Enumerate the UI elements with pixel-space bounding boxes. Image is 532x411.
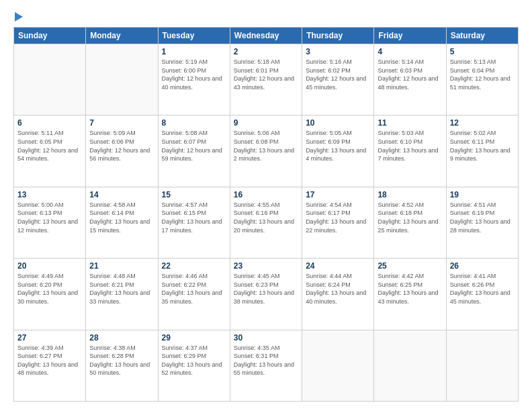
day-cell: 8Sunrise: 5:08 AM Sunset: 6:07 PM Daylig… (158, 116, 230, 187)
day-number: 21 (89, 261, 154, 271)
day-number: 23 (234, 261, 298, 271)
day-number: 22 (162, 261, 226, 271)
day-number: 24 (306, 261, 370, 271)
col-header-thursday: Thursday (302, 28, 374, 44)
day-info: Sunrise: 5:03 AM Sunset: 6:10 PM Dayligh… (378, 129, 442, 163)
day-number: 5 (450, 47, 515, 56)
day-cell: 14Sunrise: 4:58 AM Sunset: 6:14 PM Dayli… (86, 187, 158, 258)
logo-blue-part (13, 12, 23, 20)
day-cell: 20Sunrise: 4:49 AM Sunset: 6:20 PM Dayli… (14, 259, 86, 330)
day-cell: 18Sunrise: 4:52 AM Sunset: 6:18 PM Dayli… (374, 187, 446, 258)
day-cell: 16Sunrise: 4:55 AM Sunset: 6:16 PM Dayli… (230, 187, 302, 258)
day-cell: 25Sunrise: 4:42 AM Sunset: 6:25 PM Dayli… (374, 259, 446, 330)
day-cell: 23Sunrise: 4:45 AM Sunset: 6:23 PM Dayli… (230, 259, 302, 330)
day-number: 15 (162, 190, 226, 199)
day-info: Sunrise: 4:39 AM Sunset: 6:27 PM Dayligh… (17, 344, 82, 377)
day-cell: 27Sunrise: 4:39 AM Sunset: 6:27 PM Dayli… (14, 330, 86, 401)
day-info: Sunrise: 5:19 AM Sunset: 6:00 PM Dayligh… (162, 58, 226, 91)
day-info: Sunrise: 5:06 AM Sunset: 6:08 PM Dayligh… (234, 129, 298, 163)
day-cell: 7Sunrise: 5:09 AM Sunset: 6:06 PM Daylig… (86, 116, 158, 187)
day-info: Sunrise: 5:00 AM Sunset: 6:13 PM Dayligh… (17, 201, 82, 234)
day-cell: 2Sunrise: 5:18 AM Sunset: 6:01 PM Daylig… (230, 44, 302, 116)
day-info: Sunrise: 4:35 AM Sunset: 6:31 PM Dayligh… (234, 344, 298, 377)
day-number: 16 (234, 190, 298, 199)
day-info: Sunrise: 4:41 AM Sunset: 6:26 PM Dayligh… (450, 272, 515, 306)
day-info: Sunrise: 4:49 AM Sunset: 6:20 PM Dayligh… (17, 272, 82, 306)
day-number: 20 (17, 261, 82, 271)
day-info: Sunrise: 4:48 AM Sunset: 6:21 PM Dayligh… (89, 272, 154, 306)
logo (13, 12, 23, 20)
week-row-5: 27Sunrise: 4:39 AM Sunset: 6:27 PM Dayli… (14, 330, 519, 401)
day-number: 17 (306, 190, 370, 199)
day-cell: 17Sunrise: 4:54 AM Sunset: 6:17 PM Dayli… (302, 187, 374, 258)
col-header-tuesday: Tuesday (158, 28, 230, 44)
day-cell: 12Sunrise: 5:02 AM Sunset: 6:11 PM Dayli… (446, 116, 518, 187)
day-number: 29 (162, 333, 226, 342)
day-cell: 15Sunrise: 4:57 AM Sunset: 6:15 PM Dayli… (158, 187, 230, 258)
day-number: 25 (378, 261, 442, 271)
day-number: 2 (234, 47, 298, 56)
day-cell: 11Sunrise: 5:03 AM Sunset: 6:10 PM Dayli… (374, 116, 446, 187)
page: SundayMondayTuesdayWednesdayThursdayFrid… (0, 0, 532, 411)
day-info: Sunrise: 4:52 AM Sunset: 6:18 PM Dayligh… (378, 201, 442, 234)
col-header-sunday: Sunday (14, 28, 86, 44)
day-cell: 1Sunrise: 5:19 AM Sunset: 6:00 PM Daylig… (158, 44, 230, 116)
calendar-table: SundayMondayTuesdayWednesdayThursdayFrid… (13, 27, 519, 402)
day-number: 19 (450, 190, 515, 199)
header (13, 12, 519, 20)
day-info: Sunrise: 5:18 AM Sunset: 6:01 PM Dayligh… (234, 58, 298, 91)
col-header-wednesday: Wednesday (230, 28, 302, 44)
day-cell: 3Sunrise: 5:16 AM Sunset: 6:02 PM Daylig… (302, 44, 374, 116)
day-cell: 13Sunrise: 5:00 AM Sunset: 6:13 PM Dayli… (14, 187, 86, 258)
day-number: 11 (378, 118, 442, 128)
day-cell: 24Sunrise: 4:44 AM Sunset: 6:24 PM Dayli… (302, 259, 374, 330)
day-info: Sunrise: 4:55 AM Sunset: 6:16 PM Dayligh… (234, 201, 298, 234)
day-number: 8 (162, 118, 226, 128)
day-cell (14, 44, 86, 116)
day-cell: 4Sunrise: 5:14 AM Sunset: 6:03 PM Daylig… (374, 44, 446, 116)
day-number: 27 (17, 333, 82, 342)
day-cell: 5Sunrise: 5:13 AM Sunset: 6:04 PM Daylig… (446, 44, 518, 116)
day-cell: 30Sunrise: 4:35 AM Sunset: 6:31 PM Dayli… (230, 330, 302, 401)
day-info: Sunrise: 4:51 AM Sunset: 6:19 PM Dayligh… (450, 201, 515, 234)
day-info: Sunrise: 5:08 AM Sunset: 6:07 PM Dayligh… (162, 129, 226, 163)
day-info: Sunrise: 5:16 AM Sunset: 6:02 PM Dayligh… (306, 58, 370, 91)
col-header-saturday: Saturday (446, 28, 518, 44)
day-info: Sunrise: 5:05 AM Sunset: 6:09 PM Dayligh… (306, 129, 370, 163)
day-number: 3 (306, 47, 370, 56)
day-info: Sunrise: 4:37 AM Sunset: 6:29 PM Dayligh… (162, 344, 226, 377)
day-number: 30 (234, 333, 298, 342)
day-info: Sunrise: 4:38 AM Sunset: 6:28 PM Dayligh… (89, 344, 154, 377)
day-cell: 29Sunrise: 4:37 AM Sunset: 6:29 PM Dayli… (158, 330, 230, 401)
day-cell: 22Sunrise: 4:46 AM Sunset: 6:22 PM Dayli… (158, 259, 230, 330)
day-info: Sunrise: 4:42 AM Sunset: 6:25 PM Dayligh… (378, 272, 442, 306)
week-row-3: 13Sunrise: 5:00 AM Sunset: 6:13 PM Dayli… (14, 187, 519, 258)
week-row-1: 1Sunrise: 5:19 AM Sunset: 6:00 PM Daylig… (14, 44, 519, 116)
day-cell: 10Sunrise: 5:05 AM Sunset: 6:09 PM Dayli… (302, 116, 374, 187)
day-info: Sunrise: 4:54 AM Sunset: 6:17 PM Dayligh… (306, 201, 370, 234)
day-cell: 21Sunrise: 4:48 AM Sunset: 6:21 PM Dayli… (86, 259, 158, 330)
day-number: 6 (17, 118, 82, 128)
header-row: SundayMondayTuesdayWednesdayThursdayFrid… (14, 28, 519, 44)
day-cell (302, 330, 374, 401)
day-number: 10 (306, 118, 370, 128)
day-info: Sunrise: 5:11 AM Sunset: 6:05 PM Dayligh… (17, 129, 82, 163)
day-number: 1 (162, 47, 226, 56)
day-number: 14 (89, 190, 154, 199)
day-cell: 9Sunrise: 5:06 AM Sunset: 6:08 PM Daylig… (230, 116, 302, 187)
day-info: Sunrise: 4:44 AM Sunset: 6:24 PM Dayligh… (306, 272, 370, 306)
day-cell (86, 44, 158, 116)
day-cell: 28Sunrise: 4:38 AM Sunset: 6:28 PM Dayli… (86, 330, 158, 401)
logo-triangle-icon (15, 12, 23, 21)
day-cell: 19Sunrise: 4:51 AM Sunset: 6:19 PM Dayli… (446, 187, 518, 258)
day-cell: 26Sunrise: 4:41 AM Sunset: 6:26 PM Dayli… (446, 259, 518, 330)
day-info: Sunrise: 4:58 AM Sunset: 6:14 PM Dayligh… (89, 201, 154, 234)
day-cell (446, 330, 518, 401)
col-header-monday: Monday (86, 28, 158, 44)
day-number: 28 (89, 333, 154, 342)
day-info: Sunrise: 5:14 AM Sunset: 6:03 PM Dayligh… (378, 58, 442, 91)
day-info: Sunrise: 4:57 AM Sunset: 6:15 PM Dayligh… (162, 201, 226, 234)
day-info: Sunrise: 5:13 AM Sunset: 6:04 PM Dayligh… (450, 58, 515, 91)
day-info: Sunrise: 4:46 AM Sunset: 6:22 PM Dayligh… (162, 272, 226, 306)
day-info: Sunrise: 4:45 AM Sunset: 6:23 PM Dayligh… (234, 272, 298, 306)
